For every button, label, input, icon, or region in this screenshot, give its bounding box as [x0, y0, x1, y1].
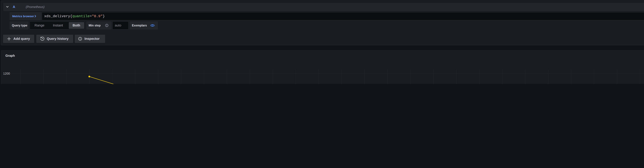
- svg-text:1200: 1200: [3, 72, 10, 75]
